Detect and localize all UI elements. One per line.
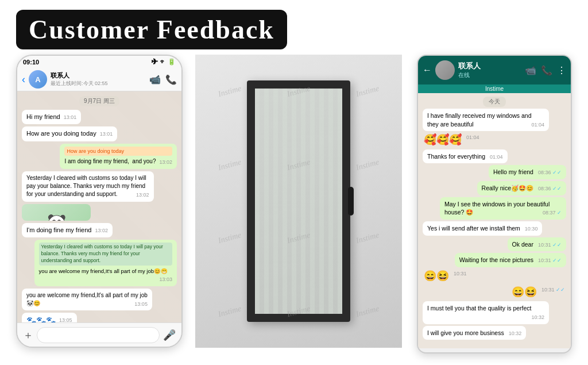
header-icons-left[interactable]: 📹 📞 xyxy=(149,74,177,85)
wa-msg-yes-install: Yes i will send after we install them 10… xyxy=(423,221,542,236)
date-divider-left: 9月7日 周三 xyxy=(79,96,119,106)
wa-msg-emoji-2: 😄😆10:31 xyxy=(423,269,468,283)
door-handle xyxy=(348,187,354,216)
phone-icon[interactable]: 📞 xyxy=(165,74,177,85)
door-frame xyxy=(247,80,350,322)
wa-chat-body: 今天 I have finally received my windows an… xyxy=(418,93,571,348)
avatar-left: A xyxy=(29,70,47,89)
wa-phone-icon[interactable]: 📞 xyxy=(541,65,552,76)
status-time-left: 09:10 xyxy=(23,59,39,66)
wa-online-status: 在线 xyxy=(458,71,521,79)
wa-msg-quality: I must tell you that the quality is perf… xyxy=(423,301,549,324)
chat-body-left: 9月7日 周三 Hi my friend13:01 How are you do… xyxy=(17,91,181,333)
title-area: Customer Feedback xyxy=(16,10,287,49)
msg-outgoing-1: How are you doing today I am doing fine … xyxy=(60,144,177,169)
right-phone-screenshot: ← 联系人 在线 📹 📞 ⋮ Instime 今天 I have finally… xyxy=(417,55,572,354)
left-phone-screenshot: 09:10 ✈ ᯤ 🔋 ‹ A 联系人 最近上线时间:今天 02:55 📹 📞 … xyxy=(16,55,183,348)
phone-bottom-bar-left: ＋ 🎤 xyxy=(17,322,181,347)
mic-icon[interactable]: 🎤 xyxy=(163,329,176,341)
msg-hi-friend: Hi my friend13:01 xyxy=(22,110,81,124)
door-image-section: Instime Instime Instime Instime Instime … xyxy=(195,55,402,348)
message-input-left[interactable] xyxy=(37,327,160,343)
status-icons-left: ✈ ᯤ 🔋 xyxy=(152,58,176,66)
wa-subheader: Instime xyxy=(418,84,571,93)
wa-msg-really-nice: Really nice🥳🤩😊08:36 ✓✓ xyxy=(477,181,566,195)
page-title: Customer Feedback xyxy=(29,14,274,45)
last-seen-left: 最近上线时间:今天 02:55 xyxy=(51,80,146,87)
wa-msg-received-windows: I have finally received my windows and t… xyxy=(423,109,549,131)
wa-header-icons[interactable]: 📹 📞 ⋮ xyxy=(525,65,566,76)
video-call-icon[interactable]: 📹 xyxy=(149,74,161,85)
wa-msg-hello-friend: Hello my friend08:36 ✓✓ xyxy=(489,165,566,179)
status-bar-left: 09:10 ✈ ᯤ 🔋 xyxy=(17,56,181,68)
wa-msg-thanks: Thanks for everything 01:04 xyxy=(423,149,508,164)
wa-msg-more-business: I will give you more business 10:32 xyxy=(423,326,526,340)
wa-date-divider: 今天 xyxy=(483,97,506,107)
msg-outgoing-2: Yesterday I cleared with customs so toda… xyxy=(34,240,177,286)
wa-menu-icon[interactable]: ⋮ xyxy=(557,65,566,76)
wa-msg-may-i-see: May I see the windows in your beautiful … xyxy=(440,197,566,220)
door-background: Instime Instime Instime Instime Instime … xyxy=(195,55,402,348)
msg-customs: Yesterday I cleared with customs so toda… xyxy=(22,171,154,202)
title-box: Customer Feedback xyxy=(16,10,287,49)
wa-contact-name: 联系人 xyxy=(458,61,521,71)
msg-img-panda: 🐼 xyxy=(22,204,91,221)
wa-msg-emoji-3: 😄😆10:31 ✓✓ xyxy=(510,285,566,299)
msg-fine-friend: I'm doing fine my friend13:02 xyxy=(22,223,113,237)
wa-header-info: 联系人 在线 xyxy=(458,61,521,79)
wa-header: ← 联系人 在线 📹 📞 ⋮ xyxy=(418,56,571,84)
msg-how-are-you: How are you doing today13:01 xyxy=(22,126,117,141)
chat-header-left: ‹ A 联系人 最近上线时间:今天 02:55 📹 📞 xyxy=(17,68,181,91)
wa-video-icon[interactable]: 📹 xyxy=(525,65,536,76)
wa-msg-ok-dear: Ok dear10:31 ✓✓ xyxy=(508,237,566,252)
wa-msg-emoji-1: 🥰🥰🥰01:04 xyxy=(423,133,481,147)
msg-panda-text: you are welcome my friend,It's all part … xyxy=(22,289,152,311)
wa-avatar xyxy=(435,60,455,80)
back-icon[interactable]: ‹ xyxy=(22,74,25,86)
add-icon[interactable]: ＋ xyxy=(23,328,33,342)
contact-name-left: 联系人 xyxy=(51,71,146,80)
wa-msg-waiting-pictures: Waiting for the nice pictures10:31 ✓✓ xyxy=(455,253,566,267)
wa-back-icon[interactable]: ← xyxy=(423,65,432,75)
